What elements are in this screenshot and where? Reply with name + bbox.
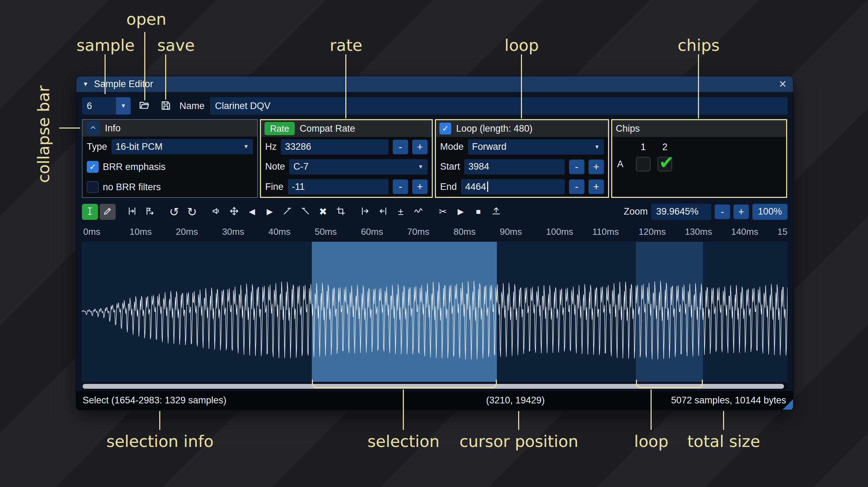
rate-badge[interactable]: Rate bbox=[264, 122, 295, 135]
fade-out-button[interactable] bbox=[297, 204, 313, 220]
undo-icon: ↺ bbox=[169, 206, 179, 218]
zoom-out-button[interactable]: - bbox=[715, 204, 730, 219]
normalize-button[interactable] bbox=[226, 204, 242, 220]
select-mode-button[interactable] bbox=[82, 204, 98, 220]
waveform-display[interactable] bbox=[82, 242, 788, 382]
no-brr-filters-row: ✓ no BRR filters bbox=[83, 177, 257, 197]
loop-section: ✓ Loop (length: 480) Mode Forward ▼ Star… bbox=[435, 119, 609, 198]
chip-2-checkbox[interactable]: ✔ bbox=[658, 157, 672, 171]
pencil-icon bbox=[103, 206, 113, 217]
loop-end-input[interactable]: 4464 bbox=[461, 179, 565, 194]
loop-start-input[interactable]: 3984 bbox=[464, 159, 565, 175]
no-brr-filters-label: no BRR filters bbox=[103, 182, 161, 193]
type-select[interactable]: 16-bit PCM ▼ bbox=[112, 139, 253, 154]
hz-row: Hz 33286 - + bbox=[261, 137, 432, 157]
annotation-total-size-label: total size bbox=[688, 432, 760, 451]
delete-button[interactable]: ✖ bbox=[315, 204, 331, 220]
hz-input[interactable]: 33286 bbox=[281, 139, 389, 155]
signedness-button[interactable]: ± bbox=[393, 204, 409, 220]
annotation-total-size-line bbox=[723, 411, 724, 430]
rate-header-label: Compat Rate bbox=[300, 123, 355, 134]
annotation-open-label: open bbox=[126, 10, 167, 29]
zoom-in-button[interactable]: + bbox=[733, 204, 749, 219]
folder-open-icon bbox=[139, 100, 150, 112]
annotation-selection-bracket bbox=[312, 380, 497, 388]
loop-start-decrease-button[interactable]: - bbox=[569, 160, 584, 174]
chevron-down-icon[interactable]: ▼ bbox=[116, 97, 131, 115]
loop-end-decrease-button[interactable]: - bbox=[569, 179, 584, 194]
amplify-button[interactable] bbox=[208, 204, 224, 220]
ruler-label: 100ms bbox=[546, 226, 573, 237]
chips-row-a: A ✔ ✔ bbox=[612, 153, 786, 171]
upload-button[interactable] bbox=[488, 204, 504, 220]
name-label: Name bbox=[179, 101, 205, 111]
preview-stop-button[interactable]: ■ bbox=[470, 204, 486, 220]
chip-row-label: A bbox=[617, 159, 629, 170]
name-input[interactable]: Clarinet DQV bbox=[210, 97, 788, 115]
note-select[interactable]: C-7 ▼ bbox=[289, 159, 428, 175]
loop-enable-checkbox[interactable]: ✓ bbox=[439, 123, 451, 134]
loop-header: ✓ Loop (length: 480) bbox=[436, 120, 608, 137]
ruler-label: 10ms bbox=[130, 226, 152, 237]
mode-select[interactable]: Forward ▼ bbox=[468, 139, 604, 155]
resize-grip[interactable] bbox=[783, 399, 793, 410]
rate-section: Rate Compat Rate Hz 33286 - + Note C-7 ▼… bbox=[260, 119, 433, 198]
titlebar[interactable]: ▼ Sample Editor ✕ bbox=[76, 76, 793, 92]
arrows-expand-icon bbox=[229, 206, 239, 217]
fine-increase-button[interactable]: + bbox=[412, 179, 428, 194]
zoom-cluster: Zoom 39.9645% - + 100% bbox=[624, 204, 788, 220]
undo-button[interactable]: ↺ bbox=[166, 204, 182, 220]
resize-button[interactable] bbox=[124, 204, 140, 220]
close-icon[interactable]: ✕ bbox=[779, 79, 787, 89]
redo-icon: ↻ bbox=[187, 206, 197, 218]
invert-button[interactable]: ▶ bbox=[262, 204, 278, 220]
x-icon: ✖ bbox=[319, 207, 327, 217]
ruler-label: 70ms bbox=[407, 226, 430, 237]
annotation-chips-label: chips bbox=[678, 36, 720, 55]
zoom-reset-button[interactable]: 100% bbox=[752, 204, 788, 220]
no-brr-filters-checkbox[interactable]: ✓ bbox=[87, 181, 99, 193]
resample-icon bbox=[145, 206, 155, 217]
zoom-input[interactable]: 39.9645% bbox=[651, 204, 711, 220]
brr-emphasis-label: BRR emphasis bbox=[103, 162, 166, 172]
brr-emphasis-checkbox[interactable]: ✓ bbox=[87, 161, 99, 173]
filter-button[interactable] bbox=[410, 204, 427, 220]
hz-increase-button[interactable]: + bbox=[412, 140, 428, 154]
reverse-button[interactable]: ◀ bbox=[244, 204, 260, 220]
chip-1-checkbox[interactable]: ✔ bbox=[636, 157, 651, 171]
fade-in-button[interactable] bbox=[279, 204, 295, 220]
cut-button[interactable]: ✂ bbox=[435, 204, 451, 220]
resample-button[interactable] bbox=[142, 204, 158, 220]
annotation-save-line bbox=[165, 54, 166, 100]
status-bar: Select (1654-2983: 1329 samples) (3210, … bbox=[76, 391, 793, 410]
sample-number-select[interactable]: 6 ▼ bbox=[82, 97, 131, 115]
hz-decrease-button[interactable]: - bbox=[393, 140, 408, 154]
ruler-label: 60ms bbox=[361, 226, 383, 237]
fine-row: Fine -11 - + bbox=[261, 177, 432, 197]
timeline-ruler[interactable]: 0ms10ms20ms30ms40ms50ms60ms70ms80ms90ms1… bbox=[82, 224, 788, 240]
loop-end-increase-button[interactable]: + bbox=[589, 179, 604, 194]
collapse-button[interactable] bbox=[86, 121, 100, 135]
save-button[interactable] bbox=[158, 98, 174, 114]
trim-button[interactable] bbox=[333, 204, 349, 220]
insert-silence-button[interactable] bbox=[357, 204, 373, 220]
window-collapse-icon[interactable]: ▼ bbox=[83, 81, 89, 87]
annotation-cursor-position-line bbox=[518, 411, 519, 430]
draw-mode-button[interactable] bbox=[100, 204, 116, 220]
annotation-loop-bracket bbox=[636, 380, 703, 388]
preview-play-button[interactable]: ▶ bbox=[453, 204, 469, 220]
fine-input[interactable]: -11 bbox=[288, 179, 389, 194]
annotation-loop-label: loop bbox=[505, 36, 539, 55]
ruler-label: 140ms bbox=[731, 226, 758, 237]
loop-start-increase-button[interactable]: + bbox=[589, 160, 604, 174]
annotation-loop-line bbox=[521, 54, 522, 118]
apply-silence-button[interactable] bbox=[375, 204, 391, 220]
fine-decrease-button[interactable]: - bbox=[393, 179, 408, 194]
toolbar: ↺ ↻ ◀ ▶ ✖ ± ✂ ▶ ■ Zoom 39.9645% - + 100% bbox=[82, 202, 788, 221]
note-label: Note bbox=[265, 161, 285, 172]
cursor-position-text: (3210, 19429) bbox=[486, 395, 545, 406]
triangle-left-icon: ◀ bbox=[249, 208, 255, 216]
redo-button[interactable]: ↻ bbox=[184, 204, 200, 220]
annotation-cursor-position-label: cursor position bbox=[459, 432, 578, 451]
type-value: 16-bit PCM bbox=[116, 141, 163, 152]
